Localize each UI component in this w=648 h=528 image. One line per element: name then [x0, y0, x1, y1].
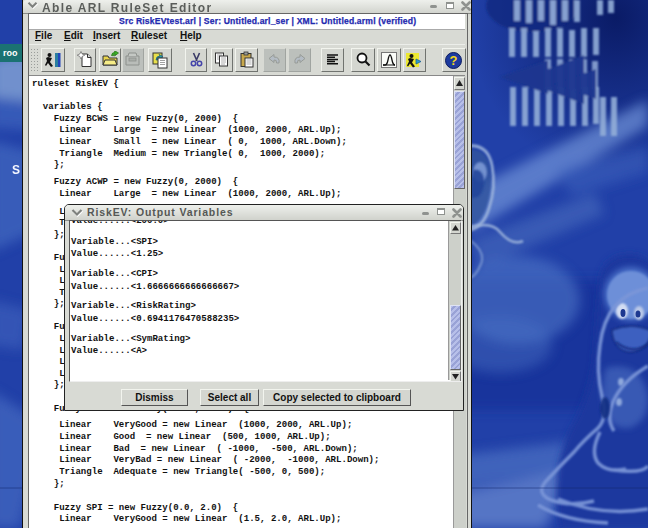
svg-text:?: ?: [450, 53, 458, 68]
